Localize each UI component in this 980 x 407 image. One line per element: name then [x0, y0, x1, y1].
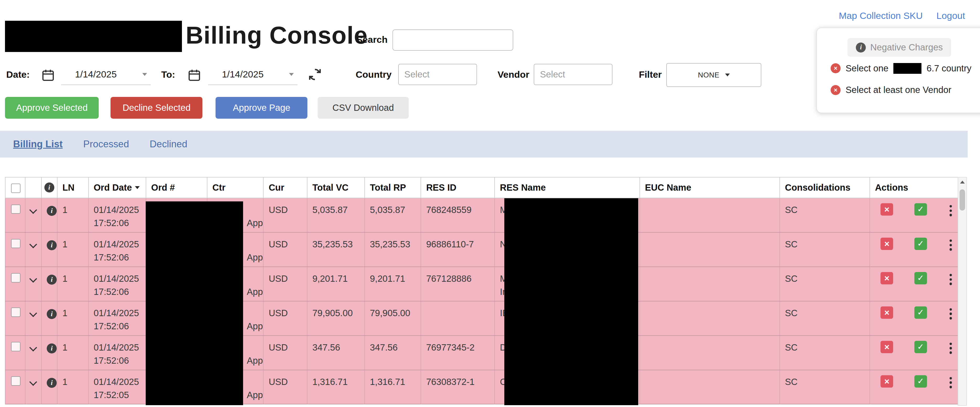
- chevron-down-icon[interactable]: [29, 378, 37, 386]
- cell-total-rp: 5,035.87: [365, 198, 421, 232]
- row-select-cell: [5, 267, 25, 301]
- decline-row-button[interactable]: ×: [880, 375, 893, 388]
- approve-row-button[interactable]: ✓: [914, 238, 927, 250]
- cell-actions: × ✓: [870, 267, 958, 301]
- negative-charges-panel: i Negative Charges × Select one 6.7 coun…: [816, 27, 980, 113]
- filter-dropdown[interactable]: NONE: [666, 63, 761, 87]
- refresh-icon[interactable]: [307, 67, 322, 82]
- row-checkbox[interactable]: [11, 273, 21, 283]
- header-total-vc[interactable]: Total VC: [307, 178, 365, 198]
- row-menu-icon[interactable]: [950, 377, 952, 388]
- info-icon[interactable]: i: [47, 275, 57, 285]
- calendar-icon[interactable]: [188, 68, 201, 82]
- header-ord-num[interactable]: Ord #: [146, 178, 207, 198]
- ord-time-value: 17:52:06: [94, 251, 146, 264]
- select-all-checkbox[interactable]: [11, 184, 21, 193]
- decline-selected-button[interactable]: Decline Selected: [111, 97, 202, 119]
- decline-row-button[interactable]: ×: [880, 238, 893, 250]
- tab-billing-list[interactable]: Billing List: [13, 138, 63, 149]
- row-menu-icon[interactable]: [950, 308, 952, 320]
- chevron-down-icon[interactable]: [29, 206, 37, 214]
- ord-date-value: 01/14/2025: [94, 238, 146, 251]
- cell-actions: × ✓: [870, 198, 958, 232]
- approve-row-button[interactable]: ✓: [914, 203, 927, 216]
- scrollbar-thumb[interactable]: [959, 189, 965, 211]
- info-icon: i: [45, 183, 54, 192]
- vertical-scrollbar[interactable]: [958, 177, 967, 406]
- redacted-logo: [5, 21, 182, 52]
- cell-ln: 1: [57, 198, 89, 232]
- info-icon[interactable]: i: [47, 378, 57, 388]
- decline-row-button[interactable]: ×: [880, 272, 893, 285]
- tab-declined[interactable]: Declined: [150, 138, 188, 149]
- cell-total-rp: 79,905.00: [365, 301, 421, 335]
- redacted-ord-numbers: [146, 201, 243, 405]
- header-ctr[interactable]: Ctr: [207, 178, 264, 198]
- cell-res-id: 76977345-2: [421, 336, 495, 370]
- row-checkbox[interactable]: [11, 239, 21, 248]
- row-checkbox[interactable]: [11, 205, 21, 214]
- search-input[interactable]: [393, 29, 513, 51]
- approve-row-button[interactable]: ✓: [914, 375, 927, 388]
- header-euc-name[interactable]: EUC Name: [640, 178, 780, 198]
- to-label: To:: [161, 69, 175, 80]
- approve-selected-button[interactable]: Approve Selected: [5, 97, 99, 119]
- header-res-id[interactable]: RES ID: [421, 178, 495, 198]
- info-icon[interactable]: i: [47, 206, 57, 216]
- cell-euc-name: [640, 301, 780, 335]
- row-checkbox[interactable]: [11, 307, 21, 317]
- filter-label: Filter: [639, 69, 662, 80]
- chevron-down-icon: [289, 73, 294, 76]
- header-ord-date[interactable]: Ord Date: [89, 178, 146, 198]
- header-actions: Actions: [870, 178, 958, 198]
- map-collection-sku-link[interactable]: Map Collection SKU: [839, 11, 923, 21]
- header-total-rp[interactable]: Total RP: [365, 178, 421, 198]
- row-menu-icon[interactable]: [950, 274, 952, 285]
- chevron-down-icon[interactable]: [29, 309, 37, 317]
- cell-consolidations: SC: [780, 370, 870, 404]
- chevron-down-icon[interactable]: [29, 275, 37, 283]
- decline-row-button[interactable]: ×: [880, 341, 893, 353]
- row-menu-icon[interactable]: [950, 240, 952, 251]
- date-from-input[interactable]: 1/14/2025: [61, 64, 150, 85]
- info-icon[interactable]: i: [47, 309, 57, 319]
- row-checkbox[interactable]: [11, 342, 21, 351]
- calendar-icon[interactable]: [41, 68, 55, 82]
- ord-time-value: 17:52:06: [94, 320, 146, 333]
- sort-desc-icon: [135, 186, 140, 189]
- cell-ord-date: 01/14/2025 17:52:06: [89, 301, 146, 335]
- header-ln[interactable]: LN: [57, 178, 89, 198]
- redacted-text: [893, 63, 921, 73]
- logout-link[interactable]: Logout: [936, 11, 965, 21]
- csv-download-button[interactable]: CSV Download: [318, 97, 409, 119]
- row-menu-icon[interactable]: [950, 343, 952, 354]
- decline-row-button[interactable]: ×: [880, 307, 893, 319]
- cell-cur: USD: [264, 370, 307, 404]
- header-consolidations[interactable]: Consolidations: [780, 178, 870, 198]
- chevron-down-icon: [142, 73, 147, 76]
- ord-date-value: 01/14/2025: [94, 272, 146, 285]
- tab-processed[interactable]: Processed: [83, 138, 129, 149]
- date-to-input[interactable]: 1/14/2025: [208, 64, 298, 85]
- country-select-input[interactable]: [398, 64, 477, 85]
- info-icon[interactable]: i: [47, 240, 57, 250]
- approve-page-button[interactable]: Approve Page: [216, 97, 307, 119]
- scroll-up-button[interactable]: [958, 178, 967, 187]
- cell-ord-date: 01/14/2025 17:52:06: [89, 233, 146, 267]
- vendor-select-input[interactable]: [534, 64, 612, 85]
- header-cur[interactable]: Cur: [264, 178, 307, 198]
- cell-total-rp: 9,201.71: [365, 267, 421, 301]
- decline-row-button[interactable]: ×: [880, 203, 893, 216]
- approve-row-button[interactable]: ✓: [914, 341, 927, 353]
- info-icon[interactable]: i: [47, 343, 57, 353]
- negative-charges-header[interactable]: i Negative Charges: [848, 38, 951, 57]
- header-res-name[interactable]: RES Name: [495, 178, 640, 198]
- chevron-down-icon[interactable]: [29, 240, 37, 248]
- chevron-down-icon[interactable]: [29, 344, 37, 351]
- approve-row-button[interactable]: ✓: [914, 272, 927, 285]
- row-menu-icon[interactable]: [950, 205, 952, 216]
- row-checkbox[interactable]: [11, 376, 21, 386]
- row-expand-cell: [25, 336, 42, 370]
- cell-total-rp: 347.56: [365, 336, 421, 370]
- approve-row-button[interactable]: ✓: [914, 307, 927, 319]
